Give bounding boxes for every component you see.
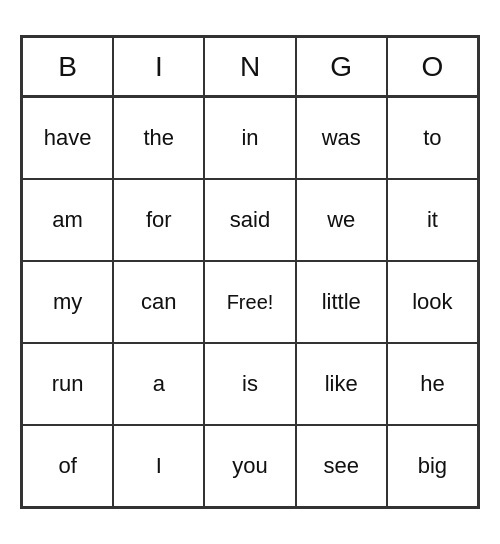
cell-r1-c2: said (204, 179, 295, 261)
header-cell-I: I (113, 37, 204, 97)
cell-r2-c0: my (22, 261, 113, 343)
cell-r0-c4: to (387, 97, 478, 179)
cell-r2-c1: can (113, 261, 204, 343)
header-cell-B: B (22, 37, 113, 97)
cell-r4-c1: I (113, 425, 204, 507)
cell-r3-c3: like (296, 343, 387, 425)
cell-r1-c1: for (113, 179, 204, 261)
cell-r0-c3: was (296, 97, 387, 179)
cell-r4-c4: big (387, 425, 478, 507)
cell-r0-c0: have (22, 97, 113, 179)
cell-r2-c3: little (296, 261, 387, 343)
cell-r3-c2: is (204, 343, 295, 425)
cell-r1-c0: am (22, 179, 113, 261)
cell-r4-c2: you (204, 425, 295, 507)
header-cell-O: O (387, 37, 478, 97)
header-cell-G: G (296, 37, 387, 97)
row-0: havetheinwasto (22, 97, 478, 179)
row-2: mycanFree!littlelook (22, 261, 478, 343)
cell-r0-c2: in (204, 97, 295, 179)
cell-r1-c4: it (387, 179, 478, 261)
cell-r2-c4: look (387, 261, 478, 343)
header-cell-N: N (204, 37, 295, 97)
cell-r4-c0: of (22, 425, 113, 507)
row-3: runaislikehe (22, 343, 478, 425)
cell-r3-c4: he (387, 343, 478, 425)
row-4: ofIyouseebig (22, 425, 478, 507)
cell-r1-c3: we (296, 179, 387, 261)
cell-r3-c1: a (113, 343, 204, 425)
cell-r2-c2: Free! (204, 261, 295, 343)
cell-r0-c1: the (113, 97, 204, 179)
cell-r3-c0: run (22, 343, 113, 425)
cell-r4-c3: see (296, 425, 387, 507)
bingo-card: BINGO havetheinwastoamforsaidweitmycanFr… (20, 35, 480, 509)
header-row: BINGO (22, 37, 478, 97)
row-1: amforsaidweit (22, 179, 478, 261)
